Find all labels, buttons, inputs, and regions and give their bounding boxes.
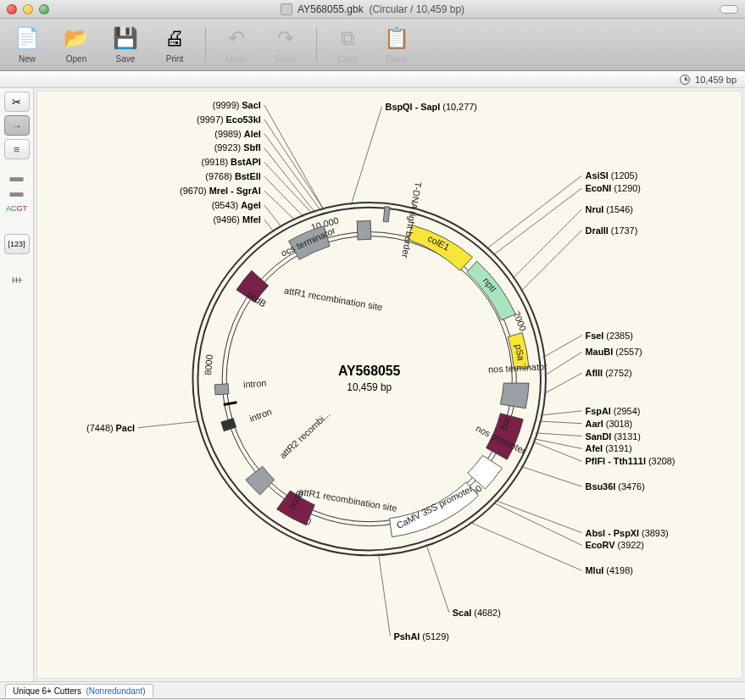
workspace: ✂︎ → ≡ ▬▬ ACGT {123} ⊦⊦⊦ 2000 4000 6000 …: [0, 88, 745, 681]
tool-ruler[interactable]: ⊦⊦⊦: [4, 269, 30, 290]
enzyme-lone-left: (7448) PacI: [86, 421, 199, 433]
redo-button[interactable]: ↷Redo: [267, 24, 304, 64]
svg-text:PshAI  (5129): PshAI (5129): [393, 631, 448, 642]
svg-text:Bsu36I  (3476): Bsu36I (3476): [586, 481, 645, 492]
svg-text:(9923)  SbfI: (9923) SbfI: [214, 142, 261, 153]
svg-text:(7448)  PacI: (7448) PacI: [86, 423, 135, 433]
tool-acgt[interactable]: ACGT: [4, 198, 30, 219]
window-title: AY568055.gbk (Circular / 10,459 bp): [297, 3, 464, 15]
svg-text:(9670)  MreI - SgrAI: (9670) MreI - SgrAI: [180, 186, 261, 196]
redo-icon: ↷: [271, 24, 300, 53]
minimize-icon[interactable]: [23, 4, 33, 14]
clock-icon: [680, 75, 690, 85]
open-button[interactable]: 📂Open: [58, 24, 95, 64]
svg-text:ccdB: ccdB: [246, 289, 269, 308]
feature-attR2[interactable]: [246, 466, 275, 495]
undo-button[interactable]: ↶Undo: [218, 24, 255, 64]
svg-text:(9999)  SacI: (9999) SacI: [213, 100, 261, 110]
svg-text:AfeI  (3191): AfeI (3191): [586, 443, 632, 453]
save-button[interactable]: 💾Save: [107, 24, 144, 64]
svg-text:(9997)  Eco53kI: (9997) Eco53kI: [197, 114, 261, 125]
document-icon: [281, 3, 292, 15]
status-strip: 10,459 bp: [0, 71, 745, 88]
feature-nos-term[interactable]: [500, 383, 529, 408]
toolbar-toggle-icon[interactable]: [720, 5, 738, 14]
svg-text:FspAI  (2954): FspAI (2954): [586, 406, 641, 416]
svg-text:EcoNI  (1290): EcoNI (1290): [586, 183, 641, 193]
svg-text:AbsI - PspXI  (3893): AbsI - PspXI (3893): [586, 528, 669, 538]
feature-tdna[interactable]: [383, 207, 390, 222]
svg-text:BspQI - SapI  (10,277): BspQI - SapI (10,277): [386, 102, 477, 112]
feature-intron2[interactable]: [220, 418, 236, 431]
svg-text:ScaI  (4682): ScaI (4682): [453, 608, 501, 618]
svg-text:(9918)  BstAPI: (9918) BstAPI: [202, 157, 261, 167]
feature-intron1-box[interactable]: [214, 384, 229, 395]
svg-text:attR1 recombination site: attR1 recombination site: [283, 285, 383, 312]
svg-text:AarI  (3018): AarI (3018): [586, 419, 633, 429]
svg-text:NruI  (1546): NruI (1546): [586, 204, 633, 214]
svg-text:intron: intron: [243, 378, 267, 390]
tool-select[interactable]: ✂︎: [4, 92, 30, 112]
svg-text:(9768)  BstEII: (9768) BstEII: [205, 171, 260, 181]
svg-text:nos terminator: nos terminator: [488, 361, 548, 375]
tool-align[interactable]: ≡: [4, 139, 30, 159]
main-toolbar: 📄New 📂Open 💾Save 🖨Print ↶Undo ↷Redo ⧉Cop…: [0, 19, 745, 71]
paste-button[interactable]: 📋Paste: [378, 24, 415, 64]
svg-text:attR2 recombi...: attR2 recombi...: [277, 408, 331, 460]
feature-attR1-bot[interactable]: [357, 221, 371, 240]
tool-arrow[interactable]: →: [4, 115, 30, 136]
cutters-tab-row: Unique 6+ Cutters (Nonredundant): [0, 681, 745, 698]
new-button[interactable]: 📄New: [8, 24, 46, 64]
plasmid-size: 10,459 bp: [347, 381, 392, 393]
copy-button[interactable]: ⧉Copy: [329, 24, 366, 64]
copy-icon: ⧉: [333, 24, 362, 53]
window-titlebar: AY568055.gbk (Circular / 10,459 bp): [0, 0, 745, 19]
paste-icon: 📋: [382, 24, 411, 53]
svg-text:intron: intron: [247, 406, 273, 424]
zoom-icon[interactable]: [39, 4, 49, 14]
svg-text:AflII  (2752): AflII (2752): [586, 368, 632, 378]
svg-text:(9496)  MfeI: (9496) MfeI: [213, 214, 260, 225]
folder-icon: 📂: [62, 24, 91, 53]
sequence-length: 10,459 bp: [695, 75, 737, 85]
undo-icon: ↶: [222, 24, 251, 53]
svg-text:MauBI  (2557): MauBI (2557): [586, 347, 642, 357]
tool-bars[interactable]: ▬▬: [4, 175, 30, 195]
svg-text:(9543)  AgeI: (9543) AgeI: [212, 200, 261, 210]
svg-text:FseI  (2385): FseI (2385): [586, 331, 633, 341]
side-toolbar: ✂︎ → ≡ ▬▬ ACGT {123} ⊦⊦⊦: [0, 88, 34, 681]
disk-icon: 💾: [111, 24, 140, 53]
traffic-lights: [0, 4, 49, 14]
enzyme-bottom: ScaI (4682)PshAI (5129): [378, 544, 500, 641]
plasmid-name: AY568055: [338, 364, 401, 378]
svg-text:EcoRV  (3922): EcoRV (3922): [586, 540, 644, 550]
close-icon[interactable]: [7, 4, 17, 14]
tool-123[interactable]: {123}: [4, 234, 30, 254]
svg-text:DraIII  (1737): DraIII (1737): [586, 225, 638, 236]
print-button[interactable]: 🖨Print: [156, 24, 193, 64]
svg-line-20: [224, 403, 237, 405]
cutters-tab[interactable]: Unique 6+ Cutters (Nonredundant): [5, 684, 153, 697]
svg-text:MluI  (4198): MluI (4198): [586, 565, 633, 575]
plasmid-canvas[interactable]: 2000 4000 6000 8000 10,000 AY568055 10,4…: [36, 91, 742, 679]
file-icon: 📄: [13, 24, 42, 53]
printer-icon: 🖨: [160, 24, 189, 53]
svg-text:8000: 8000: [203, 354, 214, 375]
svg-text:PflFI - Tth111I  (3208): PflFI - Tth111I (3208): [586, 456, 676, 466]
svg-text:AsiSI  (1205): AsiSI (1205): [586, 170, 638, 181]
svg-text:T-DNA right border: T-DNA right border: [400, 181, 424, 259]
enzyme-left: (9999) SacI(9997) Eco53kI(9989) AleI(992…: [180, 100, 324, 232]
svg-text:(9989)  AleI: (9989) AleI: [214, 129, 261, 139]
svg-text:SanDI  (3131): SanDI (3131): [586, 431, 641, 442]
